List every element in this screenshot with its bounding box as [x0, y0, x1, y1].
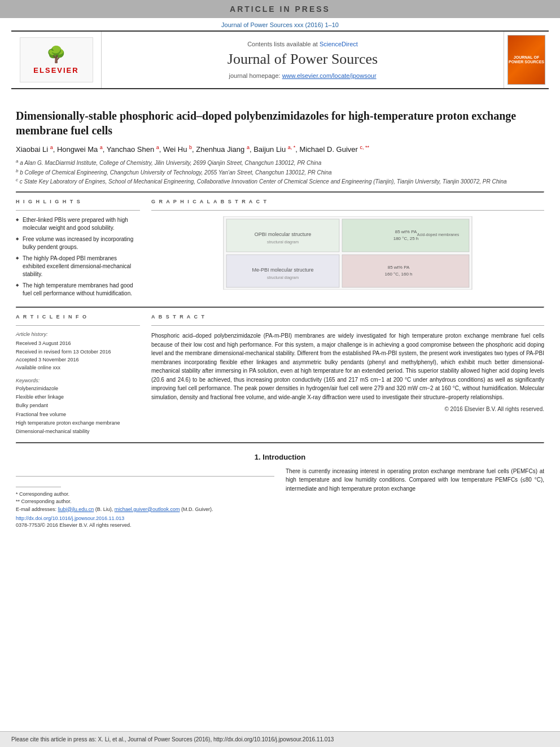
footnotes-divider	[16, 487, 61, 487]
introduction-col-left: * Corresponding author. ** Corresponding…	[16, 467, 274, 528]
contents-available-text: Contents lists available at ScienceDirec…	[247, 41, 358, 47]
highlight-item-4: The high temperature membranes had good …	[16, 282, 140, 298]
introduction-heading: 1. Introduction	[16, 453, 544, 461]
journal-name: Journal of Power Sources	[228, 51, 378, 68]
abstract-heading: A B S T R A C T	[151, 314, 544, 320]
elsevier-logo-area: 🌳 ELSEVIER	[11, 32, 102, 88]
main-content: Dimensionally-stable phosphoric acid–dop…	[0, 89, 560, 726]
divider-after-affiliations	[16, 191, 544, 193]
keywords-label: Keywords:	[16, 378, 140, 383]
introduction-col-right: There is currently increasing interest i…	[286, 467, 544, 528]
keyword-3: Bulky pendant	[16, 401, 140, 410]
highlight-item-1: Ether-linked PBIs were prepared with hig…	[16, 216, 140, 232]
affiliations: a a Alan G. MacDiarmid Institute, Colleg…	[16, 158, 544, 186]
introduction-section: 1. Introduction * Corresponding author. …	[16, 453, 544, 528]
svg-text:structural diagram: structural diagram	[267, 276, 299, 280]
highlights-divider	[16, 210, 140, 211]
graphical-abstract-image: OPBI molecular structure structural diag…	[151, 216, 544, 290]
svg-text:Acid-doped membranes: Acid-doped membranes	[417, 233, 460, 237]
keyword-5: High temperature proton exchange membran…	[16, 419, 140, 427]
footer-copyright: 0378-7753/© 2016 Elsevier B.V. All right…	[16, 522, 274, 528]
divider-after-highlights	[16, 307, 544, 308]
svg-text:structural diagram: structural diagram	[267, 240, 299, 244]
journal-homepage: journal homepage: www.elsevier.com/locat…	[229, 72, 376, 79]
article-history-label: Article history:	[16, 331, 140, 337]
svg-text:160 °C, 160 h: 160 °C, 160 h	[384, 272, 412, 277]
keyword-4: Fractional free volume	[16, 410, 140, 419]
journal-homepage-link[interactable]: www.elsevier.com/locate/jpowsour	[282, 72, 377, 79]
email-line: E-mail addresses: liubj@jlu.edu.cn (B. L…	[16, 506, 274, 514]
svg-text:85 wt% PA: 85 wt% PA	[395, 229, 417, 234]
article-available: Available online xxx	[16, 364, 140, 372]
highlights-heading: H I G H L I G H T S	[16, 199, 140, 204]
introduction-two-col: * Corresponding author. ** Corresponding…	[16, 467, 544, 528]
journal-cover-area: JOURNAL OF POWER SOURCES	[504, 32, 549, 88]
abstract-copyright: © 2016 Elsevier B.V. All rights reserved…	[151, 406, 544, 412]
email-link-1[interactable]: liubj@jlu.edu.cn	[58, 506, 94, 512]
graphical-abstract-divider	[151, 210, 544, 211]
authors-line: Xiaobai Li a, Hongwei Ma a, Yanchao Shen…	[16, 145, 544, 154]
svg-text:Me-PBI molecular structure: Me-PBI molecular structure	[252, 267, 313, 273]
highlights-graphical-row: H I G H L I G H T S Ether-linked PBIs we…	[16, 199, 544, 301]
elsevier-logo-box: 🌳 ELSEVIER	[20, 37, 93, 82]
svg-rect-11	[342, 255, 469, 287]
article-revised: Received in revised form 13 October 2016	[16, 348, 140, 356]
article-info-heading: A R T I C L E I N F O	[16, 314, 140, 320]
article-title: Dimensionally-stable phosphoric acid–dop…	[16, 108, 544, 138]
abstract-text: Phosphoric acid–doped polybenzimidazole …	[151, 331, 544, 401]
tree-icon: 🌳	[46, 45, 66, 64]
graphical-abstract-heading: G R A P H I C A L A B S T R A C T	[151, 199, 544, 204]
divider-after-abstract	[16, 442, 544, 444]
keyword-2: Flexible ether linkage	[16, 393, 140, 401]
article-info-divider	[16, 325, 140, 326]
article-received: Received 3 August 2016	[16, 339, 140, 347]
journal-header: 🌳 ELSEVIER Contents lists available at S…	[11, 30, 549, 89]
sciencedirect-link[interactable]: ScienceDirect	[320, 41, 358, 47]
citation-bar: Please cite this article in press as: X.…	[0, 731, 560, 747]
footnotes-area: * Corresponding author. ** Corresponding…	[16, 476, 274, 514]
svg-text:180 °C, 25 h: 180 °C, 25 h	[393, 236, 419, 241]
elsevier-wordmark: ELSEVIER	[33, 66, 78, 75]
article-in-press-banner: ARTICLE IN PRESS	[0, 0, 560, 18]
svg-text:85 wt% PA: 85 wt% PA	[388, 265, 410, 270]
introduction-text: There is currently increasing interest i…	[286, 467, 544, 493]
doi-link[interactable]: http://dx.doi.org/10.1016/j.jpowsour.201…	[16, 516, 274, 521]
svg-text:OPBI molecular structure: OPBI molecular structure	[255, 231, 312, 237]
abstract-divider	[151, 325, 544, 326]
keywords-section: Keywords: Polybenzimidazole Flexible eth…	[16, 378, 140, 436]
highlights-list: Ether-linked PBIs were prepared with hig…	[16, 216, 140, 298]
abstract-column: A B S T R A C T Phosphoric acid–doped po…	[151, 314, 544, 436]
journal-header-center: Contents lists available at ScienceDirec…	[102, 32, 504, 88]
highlight-item-2: Free volume was increased by incorporati…	[16, 235, 140, 251]
cover-title: JOURNAL OF POWER SOURCES	[508, 55, 545, 65]
article-accepted: Accepted 3 November 2016	[16, 356, 140, 364]
info-abstract-row: A R T I C L E I N F O Article history: R…	[16, 314, 544, 436]
keyword-1: Polybenzimidazole	[16, 385, 140, 393]
article-info-column: A R T I C L E I N F O Article history: R…	[16, 314, 140, 436]
highlight-item-3: The highly PA-doped PBI membranes exhibi…	[16, 255, 140, 278]
corresponding-1: * Corresponding author.	[16, 491, 274, 499]
journal-info-line: Journal of Power Sources xxx (2016) 1–10	[0, 18, 560, 30]
highlights-column: H I G H L I G H T S Ether-linked PBIs we…	[16, 199, 140, 301]
journal-cover-image: JOURNAL OF POWER SOURCES	[508, 35, 545, 85]
article-history: Article history: Received 3 August 2016 …	[16, 331, 140, 372]
corresponding-2: ** Corresponding author.	[16, 498, 274, 506]
keyword-6: Dimensional-mechanical stability	[16, 427, 140, 436]
email-link-2[interactable]: michael.guiver@outlook.com	[115, 506, 180, 512]
graphical-abstract-column: G R A P H I C A L A B S T R A C T OPBI m…	[151, 199, 544, 301]
